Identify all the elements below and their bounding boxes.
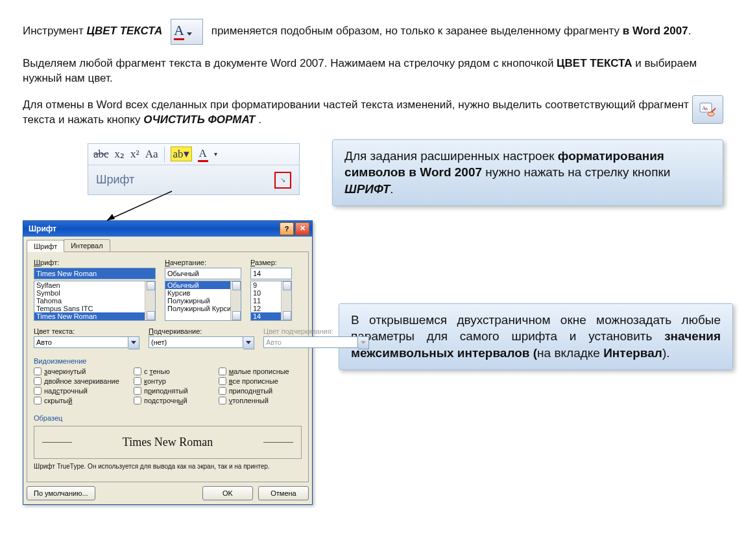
chk-dstrike[interactable]: двойное зачеркивание (34, 377, 125, 385)
ok-button[interactable]: OK (202, 486, 253, 500)
info-box-2: В открывшемся двухстраничном окне можноз… (339, 303, 733, 370)
chk-sup[interactable]: надстрочный (34, 387, 125, 395)
p1-suffix: в Word 2007 (623, 25, 688, 37)
chk-engrave[interactable]: утопленный (219, 397, 302, 404)
paragraph-3: Aa Для отмены в Word всех сделанных при … (23, 98, 723, 128)
list-item[interactable]: Обычный (165, 281, 241, 289)
font-color-ribbon-icon: A (198, 146, 208, 162)
p2-bold: ЦВЕТ ТЕКСТА (557, 57, 632, 69)
chk-sub[interactable]: подстрочный (134, 397, 210, 404)
dropdown-arrow-icon (187, 32, 192, 36)
style-input[interactable] (165, 268, 241, 279)
tab-font[interactable]: Шрифт (27, 240, 64, 252)
list-item[interactable]: Tempus Sans ITC (34, 305, 155, 312)
dialog-launcher-icon[interactable]: ↘ (274, 172, 291, 189)
chevron-down-icon[interactable] (243, 336, 254, 349)
scrollbar[interactable] (281, 281, 291, 320)
list-item[interactable]: Times New Roman (34, 312, 155, 320)
help-button[interactable]: ? (280, 222, 294, 235)
dialog-title: Шрифт (29, 224, 56, 233)
font-label: Шрифт: (34, 259, 156, 266)
ribbon-group-label: Шрифт (96, 173, 134, 187)
default-button[interactable]: По умолчанию... (27, 486, 95, 500)
change-case-icon: Aa (145, 148, 158, 161)
paragraph-1: Инструмент ЦВЕТ ТЕКСТА A применяется под… (23, 19, 723, 45)
paragraph-2: Выделяем любой фрагмент текста в докумен… (23, 56, 723, 86)
letter-a-icon: A (174, 23, 184, 40)
size-label: Размер: (250, 259, 292, 266)
scrollbar[interactable] (230, 281, 241, 320)
svg-marker-5 (107, 214, 115, 220)
p3-bold: ОЧИСТИТЬ ФОРМАТ (143, 113, 255, 126)
chk-strike[interactable]: зачеркнутый (34, 368, 125, 375)
underline-dropdown[interactable] (149, 336, 254, 349)
tab-interval[interactable]: Интервал (64, 239, 110, 251)
effects-title: Видоизменение (34, 357, 302, 365)
list-item[interactable]: Полужирный (165, 297, 241, 305)
p1-prefix: Инструмент (23, 25, 87, 37)
svg-text:a: a (705, 106, 708, 111)
svg-point-3 (708, 112, 714, 116)
color-label: Цвет текста: (34, 327, 139, 335)
scrollbar[interactable] (145, 281, 155, 320)
chevron-down-icon (358, 336, 369, 349)
list-item[interactable]: Курсив (165, 289, 241, 297)
font-color-icon: A (171, 19, 203, 45)
style-label: Начертание: (165, 259, 241, 266)
chk-shadow[interactable]: с тенью (134, 368, 210, 375)
list-item[interactable]: Полужирный Курсив (165, 305, 241, 312)
chk-outline[interactable]: контур (134, 377, 210, 385)
chevron-down-icon[interactable] (128, 336, 139, 349)
list-item[interactable]: Symbol (34, 289, 155, 297)
dialog-titlebar[interactable]: Шрифт ? ✕ (23, 221, 312, 237)
color-dropdown[interactable] (34, 336, 139, 349)
chk-smallcaps[interactable]: малые прописные (219, 368, 302, 375)
ucolor-dropdown (263, 336, 369, 349)
highlight-icon: ab▾ (171, 146, 192, 161)
chk-allcaps[interactable]: все прописные (219, 377, 302, 385)
list-item[interactable]: Tahoma (34, 297, 155, 305)
chk-emboss[interactable]: приподнятый (219, 387, 302, 395)
dialog-tabs: Шрифт Интервал (27, 239, 309, 252)
sample-title: Образец (34, 414, 302, 422)
font-listbox[interactable]: Sylfaen Symbol Tahoma Tempus Sans ITC Ti… (34, 281, 156, 321)
ribbon-font-group: abc x₂ x² Aa ab▾ A▾ Шрифт ↘ (88, 143, 300, 195)
superscript-icon: x² (130, 148, 139, 161)
underline-label: Подчеркивание: (149, 327, 254, 335)
truetype-note: Шрифт TrueType. Он используется для выво… (34, 463, 302, 470)
strikethrough-icon: abc (93, 148, 109, 161)
chk-emboss[interactable]: приподнятый (134, 387, 210, 395)
effects-grid: зачеркнутый с тенью малые прописные двой… (34, 368, 302, 406)
cancel-button[interactable]: Отмена (258, 486, 309, 500)
subscript-icon: x₂ (115, 147, 125, 161)
style-listbox[interactable]: Обычный Курсив Полужирный Полужирный Кур… (165, 281, 241, 321)
size-input[interactable] (250, 268, 292, 279)
sample-preview: Times New Roman (34, 426, 302, 459)
font-input[interactable] (34, 268, 156, 279)
list-item[interactable]: Sylfaen (34, 281, 155, 289)
size-listbox[interactable]: 9 10 11 12 14 (250, 281, 292, 321)
font-dialog: Шрифт ? ✕ Шрифт Интервал Шрифт: (23, 220, 313, 505)
info-box-1: Для задания расширенных настроек формати… (332, 139, 723, 206)
close-button[interactable]: ✕ (295, 222, 309, 235)
clear-format-icon: Aa (692, 95, 723, 124)
chk-hidden[interactable]: скрытый (34, 397, 125, 404)
p1-middle: применяется подобным образом, но только … (211, 25, 623, 37)
ucolor-label: Цвет подчеркивания: (263, 327, 369, 335)
p1-tool: ЦВЕТ ТЕКСТА (87, 25, 163, 37)
